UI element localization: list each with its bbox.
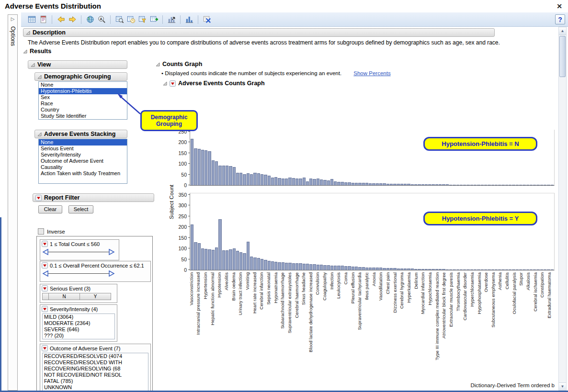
clear-selection-icon[interactable] (202, 14, 212, 25)
bar[interactable] (439, 269, 442, 270)
list-item[interactable]: Action Taken with Study Treatmen (39, 170, 127, 177)
bar[interactable] (327, 265, 330, 270)
bar[interactable] (191, 224, 193, 270)
bar[interactable] (278, 262, 281, 270)
bar[interactable] (386, 184, 389, 185)
ae-counts-graph-header[interactable]: Adverse Events Counts Graph (163, 80, 265, 87)
bar[interactable] (250, 174, 253, 185)
bar[interactable] (233, 167, 236, 185)
bar[interactable] (425, 269, 428, 270)
disclosure-icon[interactable] (156, 62, 160, 67)
bar[interactable] (222, 166, 225, 185)
list-item[interactable]: SEVERE (646) (43, 326, 114, 333)
bar[interactable] (383, 268, 386, 270)
bar[interactable] (544, 269, 546, 270)
bar[interactable] (198, 243, 201, 270)
bar[interactable] (352, 267, 354, 270)
bar[interactable] (376, 268, 379, 270)
bar[interactable] (229, 249, 232, 270)
bar[interactable] (218, 166, 221, 185)
bar[interactable] (411, 184, 414, 185)
bar[interactable] (344, 266, 347, 270)
bar[interactable] (526, 269, 529, 270)
bar[interactable] (243, 253, 246, 270)
bar[interactable] (282, 262, 284, 270)
bar[interactable] (512, 269, 515, 270)
bar[interactable] (274, 262, 277, 270)
bar[interactable] (449, 185, 452, 185)
bar[interactable] (222, 250, 225, 270)
bar[interactable] (407, 184, 410, 185)
bar[interactable] (313, 264, 316, 270)
bar[interactable] (295, 179, 298, 185)
bar[interactable] (253, 173, 256, 185)
bar[interactable] (536, 269, 539, 270)
bar[interactable] (547, 269, 550, 270)
bar[interactable] (488, 185, 490, 185)
bar[interactable] (337, 266, 340, 270)
list-item[interactable]: RECOVERED/RESOLVED WITH (43, 359, 148, 366)
bar[interactable] (264, 175, 267, 185)
bar[interactable] (397, 269, 400, 270)
bar[interactable] (428, 269, 431, 270)
bar[interactable] (397, 184, 400, 185)
bar[interactable] (519, 185, 522, 185)
bar[interactable] (379, 268, 382, 270)
list-item[interactable]: NOT RECOVERED/NOT RESOL (43, 372, 148, 378)
bar[interactable] (201, 150, 204, 185)
data-filter-icon[interactable] (166, 14, 177, 25)
bar[interactable] (358, 267, 361, 270)
bar[interactable] (407, 269, 410, 270)
bar[interactable] (292, 178, 295, 185)
bar[interactable] (239, 173, 242, 185)
bar[interactable] (306, 264, 309, 270)
ae-stacking-header[interactable]: Adverse Events Stacking (34, 130, 127, 138)
bar[interactable] (271, 261, 274, 270)
bar[interactable] (491, 269, 494, 270)
bar[interactable] (303, 178, 306, 185)
inverse-checkbox[interactable] (38, 228, 44, 235)
bar[interactable] (282, 179, 284, 185)
bar[interactable] (365, 268, 368, 270)
bar[interactable] (501, 185, 504, 185)
bar[interactable] (446, 269, 449, 270)
scrollbar-thumb[interactable] (559, 36, 566, 77)
list-item[interactable]: None (39, 139, 127, 146)
bar[interactable] (288, 178, 291, 185)
bar[interactable] (460, 269, 463, 270)
bar[interactable] (218, 219, 221, 270)
bar[interactable] (320, 265, 323, 270)
bar[interactable] (243, 174, 246, 185)
view-header[interactable]: View (28, 60, 127, 69)
bar[interactable] (547, 185, 550, 185)
scroll-down-icon[interactable]: ▼ (559, 382, 566, 390)
bar[interactable] (253, 258, 256, 270)
total-count-slider[interactable] (41, 248, 116, 256)
bar[interactable] (323, 180, 326, 185)
list-item[interactable]: None (39, 82, 127, 88)
bar[interactable] (288, 263, 291, 270)
bar[interactable] (191, 139, 193, 185)
bar[interactable] (474, 269, 477, 270)
serious-event-option-n[interactable]: N (48, 293, 80, 300)
bar[interactable] (435, 269, 438, 270)
bar[interactable] (229, 166, 232, 185)
bar[interactable] (474, 185, 477, 185)
bar[interactable] (540, 269, 543, 270)
forward-icon[interactable] (67, 14, 78, 25)
bar[interactable] (421, 269, 424, 270)
bar[interactable] (204, 249, 207, 270)
bar[interactable] (369, 268, 372, 270)
bar[interactable] (330, 266, 333, 270)
bar[interactable] (505, 185, 508, 185)
demographic-grouping-list[interactable]: NoneHypotension-PhlebitisSexRaceCountryS… (38, 81, 127, 120)
bar[interactable] (519, 269, 522, 270)
severity-list[interactable]: MILD (3064)MODERATE (2364)SEVERE (646)??… (42, 314, 115, 339)
bar[interactable] (386, 268, 389, 270)
bar[interactable] (463, 269, 466, 270)
bar[interactable] (501, 269, 504, 270)
bar[interactable] (470, 269, 473, 270)
bar[interactable] (491, 185, 494, 185)
list-item[interactable]: MILD (3064) (43, 314, 114, 320)
bar[interactable] (309, 264, 312, 270)
